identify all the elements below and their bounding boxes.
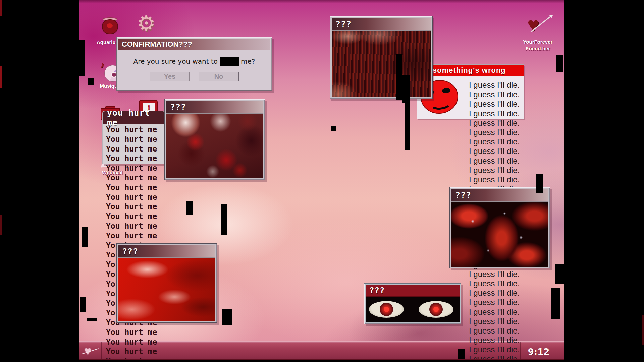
mystery-eyes-window: ???	[364, 283, 461, 324]
glitch-rect	[396, 54, 402, 100]
glitch-rect	[536, 174, 543, 193]
i-guess-ill-die-row: I guess I'll die.	[469, 175, 520, 184]
you-hurt-me-row: You hurt me	[106, 202, 157, 212]
glitch-red-streak	[0, 0, 2, 16]
glitch-rect	[221, 204, 227, 235]
gore-texture-image	[451, 202, 548, 267]
mystery-window-left: ???	[164, 99, 265, 180]
i-guess-ill-die-row: I guess I'll die.	[469, 118, 520, 128]
eye-pupil	[433, 307, 439, 312]
you-hurt-me-row: You hurt me	[106, 231, 157, 241]
letterbox-left	[0, 0, 79, 362]
message-suffix: me?	[241, 57, 255, 65]
i-guess-ill-die-row: I guess I'll die.	[469, 99, 520, 109]
glitch-red-streak	[642, 315, 644, 345]
mystery-window-titlebar[interactable]: ???	[366, 285, 460, 297]
glitch-rect	[405, 102, 410, 150]
aquarium-icon[interactable]	[100, 17, 120, 36]
i-guess-ill-die-row: I guess I'll die.	[469, 269, 520, 279]
you-hurt-me-row: You hurt me	[106, 327, 157, 337]
i-guess-ill-die-row: I guess I'll die.	[469, 128, 520, 137]
glitch-rect	[87, 318, 97, 321]
i-guess-ill-die-row: I guess I'll die.	[469, 298, 520, 307]
music-note-icon: ♪	[100, 60, 105, 70]
glitch-rect	[80, 297, 86, 312]
i-guess-ill-die-row: I guess I'll die.	[469, 345, 520, 354]
sad-face-eye	[442, 88, 450, 94]
i-guess-ill-die-row: I guess I'll die.	[469, 326, 520, 336]
you-hurt-me-row: You hurt me	[106, 212, 157, 221]
friend-label-line2: Friend.her	[522, 46, 554, 51]
glitch-rect	[88, 78, 94, 85]
glitch-rect	[555, 264, 565, 284]
heart-icon: ♥	[527, 15, 539, 35]
you-hurt-me-row: You hurt me	[106, 154, 157, 163]
you-hurt-me-titlebar[interactable]: you hurt me	[103, 111, 165, 124]
you-hurt-me-row: You hurt me	[106, 221, 157, 231]
you-hurt-me-row: You hurt me	[106, 337, 157, 347]
you-hurt-me-row: You hurt me	[106, 347, 157, 356]
you-hurt-me-row: You hurt me	[106, 134, 157, 144]
confirmation-titlebar[interactable]: CONFIRMATION???	[118, 39, 270, 50]
glitch-red-streak	[0, 215, 2, 235]
mystery-window-top: ???	[330, 16, 433, 99]
glitch-red-streak	[0, 66, 2, 88]
i-guess-ill-die-row: I guess I'll die.	[469, 156, 520, 166]
glitch-rect	[402, 75, 410, 103]
game-screen: Aquarium ⚙ ♪ Musique i Webmail ♥ YourFor…	[0, 0, 644, 362]
glitch-rect	[79, 40, 85, 76]
you-hurt-me-row: You hurt me	[106, 192, 157, 202]
mystery-window-bottom-left: ???	[116, 243, 217, 323]
glitch-rect	[222, 309, 232, 325]
settings-gear-icon[interactable]: ⚙	[136, 13, 157, 36]
gore-texture-image	[332, 31, 431, 97]
confirmation-dialog: CONFIRMATION??? Are you sure you want to…	[116, 37, 272, 90]
sad-face-frown	[430, 97, 451, 111]
taskbar-clock: 9:12	[528, 347, 550, 357]
you-hurt-me-row: You hurt me	[106, 144, 157, 154]
mystery-window-titlebar[interactable]: ???	[118, 245, 215, 258]
redacted-word	[220, 57, 239, 66]
mystery-window-titlebar[interactable]: ???	[332, 18, 431, 31]
eyes-image	[366, 297, 460, 322]
i-guess-ill-die-row: I guess I'll die.	[469, 288, 520, 298]
mystery-window-right: ???	[449, 187, 550, 268]
i-guess-ill-die-row: I guess I'll die.	[469, 279, 520, 288]
eye-iris	[429, 303, 443, 316]
mystery-window-titlebar[interactable]: ???	[451, 189, 548, 202]
you-hurt-me-row: You hurt me	[106, 125, 157, 134]
eye-pupil	[384, 307, 389, 312]
i-guess-ill-die-row: I guess I'll die.	[469, 307, 520, 317]
glitch-rect	[186, 201, 193, 215]
message-prefix: Are you sure you want to	[133, 57, 218, 65]
i-guess-ill-die-row: I guess I'll die.	[469, 336, 520, 345]
no-button[interactable]: No	[199, 72, 239, 81]
forever-friend-heart-icon[interactable]: ♥	[526, 13, 549, 38]
you-hurt-me-row: You hurt me	[106, 183, 157, 192]
i-guess-ill-die-row: I guess I'll die.	[469, 137, 520, 146]
letterbox-bottom	[0, 360, 644, 362]
friend-label-line1: YourForever	[522, 39, 554, 45]
i-guess-ill-die-row: I guess I'll die.	[469, 146, 520, 156]
right-eye	[419, 301, 453, 318]
glitch-rect	[82, 227, 88, 247]
gore-texture-image	[166, 114, 263, 178]
you-hurt-me-row: You hurt me	[106, 173, 157, 183]
you-hurt-me-row: You hurt me	[106, 163, 157, 173]
i-guess-ill-die-row: I guess I'll die.	[469, 317, 520, 326]
letterbox-right	[564, 0, 644, 362]
i-guess-ill-die-row: I guess I'll die.	[469, 109, 520, 118]
i-guess-ill-die-row: I guess I'll die.	[469, 80, 520, 90]
confirmation-message: Are you sure you want tome?	[118, 57, 270, 66]
i-guess-ill-die-row: I guess I'll die.	[469, 90, 520, 99]
gore-texture-image	[118, 258, 215, 321]
i-guess-ill-die-row: I guess I'll die.	[469, 166, 520, 175]
glitch-rect	[551, 288, 560, 319]
glitch-rect	[556, 55, 563, 72]
mystery-window-titlebar[interactable]: ???	[166, 101, 263, 114]
somethings-wrong-titlebar[interactable]: something's wrong	[417, 65, 524, 76]
left-eye	[369, 301, 404, 318]
fish-blob	[107, 23, 113, 28]
eye-iris	[380, 303, 393, 316]
yes-button[interactable]: Yes	[150, 72, 190, 81]
